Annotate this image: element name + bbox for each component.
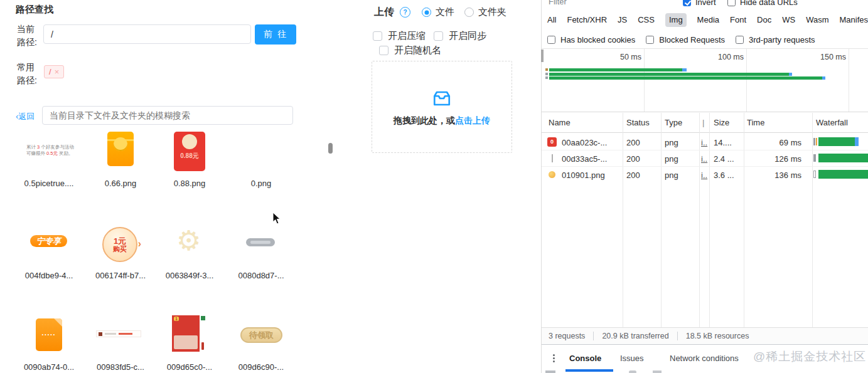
file-name: 0.png xyxy=(227,179,296,188)
file-item[interactable]: 0.66.png xyxy=(86,129,155,189)
overflow-menu-icon[interactable] xyxy=(553,353,555,364)
tag-close-icon[interactable]: × xyxy=(55,68,60,76)
request-type: png xyxy=(665,171,678,180)
waterfall-download-bar xyxy=(818,154,868,162)
go-button[interactable]: 前 往 xyxy=(255,24,296,45)
file-name: 004fdbe9-4... xyxy=(14,271,83,280)
app-screen: 路径查找 当前 路径: 前 往 常用 路径: / × ‹返回 累计 3 个好友参… xyxy=(0,0,868,373)
path-finder-title: 路径查找 xyxy=(16,4,53,16)
drawer-tab-network-conditions[interactable]: Network conditions xyxy=(670,354,739,363)
dropzone-text: 拖拽到此处，或 xyxy=(394,115,455,125)
column-header-type[interactable]: Type xyxy=(665,118,682,127)
file-item[interactable]: 1 009d65c0-... xyxy=(155,312,224,372)
timeline-bar xyxy=(549,73,789,76)
checkbox-sync[interactable]: 开启同步 xyxy=(434,30,486,42)
file-item[interactable]: 0.88元 0.88.png xyxy=(155,129,224,189)
banner-thumbnail xyxy=(96,330,141,337)
file-name: 0063849f-3... xyxy=(155,271,224,280)
column-header-waterfall[interactable]: Waterfall xyxy=(816,118,848,127)
checkbox-compress[interactable]: 开启压缩 xyxy=(373,30,426,42)
file-name: 009d65c0-... xyxy=(155,362,224,372)
blocked-requests-checkbox[interactable]: Blocked Requests xyxy=(646,35,725,45)
has-blocked-cookies-checkbox[interactable]: Has blocked cookies xyxy=(547,35,635,45)
column-header-name[interactable]: Name xyxy=(549,118,571,127)
tab-css[interactable]: CSS xyxy=(638,14,655,26)
file-name: 0.88.png xyxy=(155,179,224,188)
tab-wasm[interactable]: Wasm xyxy=(806,14,828,26)
current-path-label: 当前 路径: xyxy=(17,23,37,49)
checkbox-random-name[interactable]: 开启随机名 xyxy=(379,45,441,56)
request-time: 136 ms xyxy=(747,171,801,180)
clipped-toolbar-fragment xyxy=(629,370,636,373)
tab-font[interactable]: Font xyxy=(730,14,746,26)
radio-file[interactable]: 文件 xyxy=(422,6,454,18)
tab-media[interactable]: Media xyxy=(697,14,719,26)
back-link[interactable]: ‹返回 xyxy=(16,111,35,122)
hide-data-urls-label: Hide data URLs xyxy=(740,0,798,7)
tab-js[interactable]: JS xyxy=(618,14,627,26)
waterfall-download-bar xyxy=(818,170,868,179)
common-path-tag-value: / xyxy=(49,68,51,76)
network-summary-bar: 3 requests 20.9 kB transferred 18.5 kB r… xyxy=(542,327,868,344)
file-name: 006174ff-b7... xyxy=(86,271,155,280)
file-item[interactable]: 1元 购买 › 006174ff-b7... xyxy=(86,221,155,281)
column-header-time[interactable]: Time xyxy=(747,118,764,127)
checkbox-sync-label: 开启同步 xyxy=(449,30,486,42)
request-initiator-link[interactable]: i.. xyxy=(701,171,709,180)
help-icon[interactable]: ? xyxy=(400,7,410,18)
radio-folder-label: 文件夹 xyxy=(478,6,506,18)
column-header-status[interactable]: Status xyxy=(626,118,650,127)
gold-red-packet-thumbnail xyxy=(107,132,134,166)
file-item[interactable]: 待领取 009d6c90-... xyxy=(227,312,296,372)
file-item[interactable]: 00983fd5-c... xyxy=(86,312,155,372)
click-upload-link[interactable]: 点击上传 xyxy=(455,115,490,125)
tab-fetch-xhr[interactable]: Fetch/XHR xyxy=(567,14,607,26)
clipped-toolbar-fragment xyxy=(653,370,662,373)
request-initiator-link[interactable]: i.. xyxy=(701,138,709,147)
scrollbar-thumb[interactable] xyxy=(328,143,333,154)
drawer-tab-console[interactable]: Console xyxy=(569,354,601,363)
resources-size: 18.5 kB resources xyxy=(686,332,749,340)
requests-count: 3 requests xyxy=(549,332,585,340)
tab-img[interactable]: Img xyxy=(665,13,687,27)
file-item[interactable]: 宁专享 004fdbe9-4... xyxy=(14,221,83,281)
invert-label: Invert xyxy=(695,0,716,7)
common-path-tag[interactable]: / × xyxy=(44,65,64,78)
tab-ws[interactable]: WS xyxy=(782,14,795,26)
banner-file-icon xyxy=(547,154,557,163)
tab-manifest[interactable]: Manifest xyxy=(839,14,868,26)
drawer-tab-issues[interactable]: Issues xyxy=(620,354,644,363)
tab-doc[interactable]: Doc xyxy=(757,14,771,26)
request-status: 200 xyxy=(626,138,640,147)
waterfall-cap xyxy=(855,137,859,146)
file-item[interactable]: 0.png xyxy=(227,129,296,189)
column-header-initiator[interactable]: | xyxy=(702,118,704,127)
file-item[interactable]: ⚙ 0063849f-3... xyxy=(155,221,224,281)
orange-file-thumbnail: ••••• xyxy=(36,318,62,351)
fuzzy-search-input[interactable] xyxy=(42,106,293,125)
invert-checkbox[interactable]: Invert xyxy=(683,0,716,7)
image-file-icon xyxy=(547,170,557,179)
hide-data-urls-checkbox[interactable]: Hide data URLs xyxy=(727,0,798,7)
radio-folder[interactable]: 文件夹 xyxy=(464,6,506,18)
checkbox-unchecked-icon xyxy=(379,46,388,55)
filter-input[interactable]: Filter xyxy=(549,0,567,6)
file-name: 0080d8d7-... xyxy=(227,271,296,280)
file-item[interactable]: 0080d8d7-... xyxy=(227,221,296,281)
timeline-speck xyxy=(545,76,548,79)
third-party-checkbox[interactable]: 3rd-party requests xyxy=(736,35,815,45)
upload-dropzone[interactable]: 拖拽到此处，或点击上传 xyxy=(372,61,512,153)
request-initiator-link[interactable]: i.. xyxy=(701,154,709,164)
column-header-size[interactable]: Size xyxy=(714,118,729,127)
file-item[interactable]: 累计 3 个好友参与活动 可赚额外 0.5元 奖励。 0.5picetrue..… xyxy=(14,129,83,189)
upload-inbox-icon xyxy=(432,89,452,108)
current-path-input[interactable] xyxy=(43,24,251,44)
file-name: 009d6c90-... xyxy=(227,362,296,372)
file-item[interactable]: ••••• 0090ab74-0... xyxy=(14,312,83,372)
file-name: 00983fd5-c... xyxy=(86,362,155,372)
request-type-tabs: All Fetch/XHR JS CSS Img Media Font Doc … xyxy=(547,13,868,28)
checkbox-unchecked-icon xyxy=(373,31,382,41)
timeline-tick: 50 ms xyxy=(581,53,641,61)
waterfall-download-bar xyxy=(818,137,855,146)
tab-all[interactable]: All xyxy=(547,14,556,26)
